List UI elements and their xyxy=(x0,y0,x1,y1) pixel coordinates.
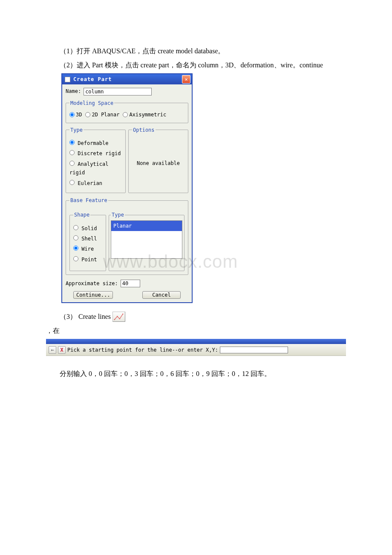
svg-point-1 xyxy=(117,316,118,317)
feature-type-list[interactable]: Planar xyxy=(111,220,182,259)
shape-group: Shape Solid Shell Wire Point xyxy=(69,211,106,271)
prompt-bar: ← X Pick a starting point for the line--… xyxy=(46,339,346,356)
paragraph-3: （3） Create lines xyxy=(60,311,346,322)
radio-axisymmetric[interactable]: Axisymmetric xyxy=(123,110,166,119)
radio-axi-label: Axisymmetric xyxy=(129,110,166,119)
arrow-left-icon: ← xyxy=(51,347,54,353)
options-text: None available xyxy=(137,159,180,168)
radio-3d[interactable]: 3D xyxy=(69,110,82,119)
cancel-button[interactable]: Cancel xyxy=(142,291,181,299)
radio-discrete-input[interactable] xyxy=(69,150,75,155)
radio-wire[interactable]: Wire xyxy=(73,245,94,253)
radio-2d-planar[interactable]: 2D Planar xyxy=(85,110,119,119)
radio-2d-input[interactable] xyxy=(85,112,90,117)
radio-eulerian-input[interactable] xyxy=(69,180,75,185)
radio-axi-input[interactable] xyxy=(123,112,128,117)
create-part-dialog: Create Part ✕ Name: Modeling Space 3D 2D… xyxy=(61,73,193,303)
radio-shell-label: Shell xyxy=(81,236,97,242)
radio-shell[interactable]: Shell xyxy=(73,234,97,243)
feature-type-legend: Type xyxy=(111,211,125,219)
dialog-titlebar: Create Part ✕ xyxy=(62,74,192,84)
modeling-space-group: Modeling Space 3D 2D Planar Axisymmetric xyxy=(66,99,188,123)
type-legend: Type xyxy=(69,126,84,134)
radio-2d-label: 2D Planar xyxy=(92,110,119,119)
paragraph-5: 分别输入 0，0 回车；0，3 回车；0，6 回车；0，9 回车；0，12 回车… xyxy=(46,368,346,379)
base-feature-legend: Base Feature xyxy=(69,196,108,205)
radio-point-input[interactable] xyxy=(73,256,78,261)
radio-deformable[interactable]: Deformable xyxy=(69,139,108,147)
radio-solid-input[interactable] xyxy=(73,225,78,230)
type-group: Type Deformable Discrete rigid Analytica… xyxy=(66,126,126,193)
create-lines-icon[interactable] xyxy=(112,312,125,322)
paragraph-2: （2）进入 Part 模块，点击 create part，命名为 column，… xyxy=(46,59,346,71)
back-button[interactable]: ← xyxy=(49,346,56,354)
continue-button[interactable]: Continue... xyxy=(73,291,113,299)
radio-eulerian-label: Eulerian xyxy=(78,180,102,186)
svg-point-2 xyxy=(119,318,120,319)
app-icon xyxy=(65,77,70,82)
prompt-text: Pick a starting point for the line--or e… xyxy=(67,346,218,354)
svg-point-0 xyxy=(114,319,115,320)
options-legend: Options xyxy=(132,126,156,134)
radio-3d-input[interactable] xyxy=(69,112,75,117)
approximate-size-input[interactable] xyxy=(121,280,140,287)
modeling-space-legend: Modeling Space xyxy=(69,99,114,107)
list-item-planar[interactable]: Planar xyxy=(111,221,182,231)
radio-deformable-label: Deformable xyxy=(78,140,108,146)
radio-shell-input[interactable] xyxy=(73,235,78,240)
name-label: Name: xyxy=(66,87,81,95)
paragraph-4: ，在 xyxy=(46,325,346,336)
x-icon: X xyxy=(60,347,63,353)
radio-point[interactable]: Point xyxy=(73,255,97,264)
options-group: Options None available xyxy=(128,126,188,193)
radio-discrete-label: Discrete rigid xyxy=(78,150,121,156)
radio-3d-label: 3D xyxy=(76,110,82,119)
svg-point-3 xyxy=(122,313,123,314)
base-feature-group: Base Feature Shape Solid Shell Wire Poin… xyxy=(66,196,188,275)
dialog-title: Create Part xyxy=(73,75,182,84)
paragraph-3-text: （3） Create lines xyxy=(60,311,111,322)
dialog-body: Name: Modeling Space 3D 2D Planar Axisym… xyxy=(62,84,192,302)
radio-deformable-input[interactable] xyxy=(69,140,75,145)
radio-wire-input[interactable] xyxy=(73,246,78,251)
paragraph-2-text: （2）进入 Part 模块，点击 create part，命名为 column，… xyxy=(60,61,323,69)
radio-analytical-label: Analytical rigid xyxy=(69,161,108,176)
radio-analytical-input[interactable] xyxy=(69,161,75,166)
feature-type-group: Type Planar xyxy=(109,211,184,271)
part-name-input[interactable] xyxy=(84,88,152,95)
radio-point-label: Point xyxy=(81,257,97,263)
cancel-x-button[interactable]: X xyxy=(58,346,66,354)
radio-discrete-rigid[interactable]: Discrete rigid xyxy=(69,149,121,158)
radio-analytical-rigid[interactable]: Analytical rigid xyxy=(69,160,122,177)
shape-legend: Shape xyxy=(73,211,90,219)
radio-wire-label: Wire xyxy=(81,246,94,252)
prompt-bar-header xyxy=(46,339,346,344)
radio-eulerian[interactable]: Eulerian xyxy=(69,179,102,188)
close-icon[interactable]: ✕ xyxy=(182,75,190,84)
radio-solid-label: Solid xyxy=(81,225,97,231)
coordinate-input[interactable] xyxy=(220,347,288,353)
approximate-size-label: Approximate size: xyxy=(66,279,118,288)
paragraph-1: （1）打开 ABAQUS/CAE，点击 create model databas… xyxy=(46,45,346,57)
radio-solid[interactable]: Solid xyxy=(73,224,97,233)
